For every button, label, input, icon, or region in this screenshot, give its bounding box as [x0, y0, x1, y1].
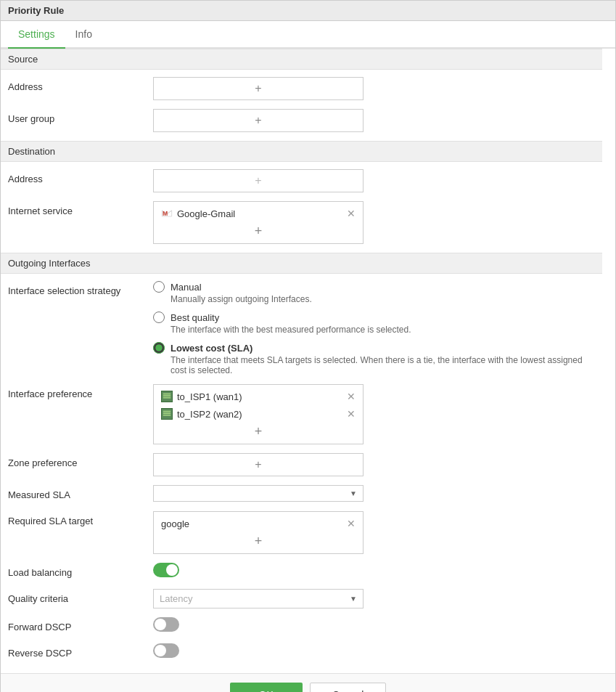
svg-rect-4 [163, 395, 171, 396]
isp2-label: to_ISP2 (wan2) [177, 409, 242, 420]
internet-service-row: Internet service M Google-Gmail ✕ [1, 197, 602, 248]
lowest-cost-radio-row: Lowest cost (SLA) [153, 342, 595, 354]
destination-address-control: + [153, 169, 595, 192]
zone-preference-label: Zone preference [8, 453, 153, 468]
quality-criteria-label: Quality criteria [8, 589, 153, 604]
load-balancing-control [153, 563, 595, 579]
best-quality-radio-label: Best quality [171, 312, 219, 323]
svg-rect-5 [163, 397, 171, 399]
interface-preference-control: to_ISP1 (wan1) ✕ to_ISP2 (wan2) ✕ [153, 384, 595, 444]
priority-rule-window: Priority Rule Settings Info Source Addre… [0, 0, 616, 692]
internet-service-add-btn[interactable]: + [158, 222, 358, 240]
svg-rect-9 [163, 415, 171, 416]
measured-sla-row: Measured SLA ▼ [1, 481, 602, 507]
isp2-remove[interactable]: ✕ [347, 408, 356, 420]
quality-criteria-value: Latency [160, 593, 193, 604]
lowest-cost-radio[interactable] [153, 342, 165, 354]
destination-address-label: Address [8, 169, 153, 184]
svg-text:M: M [163, 210, 168, 217]
required-sla-label: Required SLA target [8, 511, 153, 526]
svg-rect-8 [163, 412, 171, 414]
source-address-row: Address + [1, 73, 602, 105]
quality-criteria-control: Latency ▼ [153, 589, 595, 608]
internet-service-input[interactable]: M Google-Gmail ✕ + [153, 201, 364, 244]
measured-sla-control: ▼ [153, 485, 595, 502]
lowest-cost-radio-label: Lowest cost (SLA) [171, 343, 252, 354]
ok-button[interactable]: OK [230, 683, 303, 692]
tab-info[interactable]: Info [65, 21, 102, 49]
source-usergroup-add-icon: + [255, 114, 261, 127]
load-balancing-knob [166, 564, 178, 576]
manual-radio-row: Manual [153, 281, 595, 293]
cancel-button[interactable]: Cancel [310, 683, 387, 692]
google-sla-remove[interactable]: ✕ [347, 518, 356, 529]
isp1-label: to_ISP1 (wan1) [177, 391, 242, 402]
lowest-cost-option: Lowest cost (SLA) The interface that mee… [153, 342, 595, 375]
gmail-tag: M Google-Gmail ✕ [158, 206, 358, 221]
source-usergroup-input[interactable]: + [153, 109, 364, 132]
source-address-control: + [153, 77, 595, 100]
quality-criteria-row: Quality criteria Latency ▼ [1, 585, 602, 613]
reverse-dscp-label: Reverse DSCP [8, 643, 153, 659]
zone-preference-input[interactable]: + [153, 453, 364, 476]
best-quality-option: Best quality The interface with the best… [153, 312, 595, 335]
load-balancing-label: Load balancing [8, 563, 153, 578]
outgoing-section-header: Outgoing Interfaces [1, 253, 602, 274]
forward-dscp-toggle[interactable] [153, 617, 179, 632]
manual-radio-label: Manual [171, 282, 202, 293]
tab-bar: Settings Info [1, 21, 615, 49]
source-usergroup-label: User group [8, 109, 153, 124]
title-bar: Priority Rule [1, 1, 615, 21]
interface-add-btn[interactable]: + [158, 423, 358, 441]
isp1-remove[interactable]: ✕ [347, 391, 356, 402]
quality-criteria-arrow: ▼ [350, 595, 357, 603]
forward-dscp-control [153, 617, 595, 634]
best-quality-radio[interactable] [153, 312, 165, 323]
measured-sla-dropdown[interactable]: ▼ [153, 485, 364, 502]
destination-address-row: Address + [1, 165, 602, 197]
load-balancing-toggle[interactable] [153, 563, 179, 577]
zone-add-icon: + [255, 458, 261, 471]
source-section-header: Source [1, 49, 602, 70]
gmail-tag-label: Google-Gmail [177, 208, 235, 219]
forward-dscp-row: Forward DSCP [1, 613, 602, 639]
best-quality-radio-row: Best quality [153, 312, 595, 323]
measured-sla-label: Measured SLA [8, 485, 153, 500]
dest-address-add-icon: + [255, 174, 261, 187]
bottom-bar: OK Cancel [1, 673, 615, 692]
load-balancing-row: Load balancing [1, 558, 602, 585]
reverse-dscp-toggle[interactable] [153, 643, 179, 658]
interface-preference-input[interactable]: to_ISP1 (wan1) ✕ to_ISP2 (wan2) ✕ [153, 384, 364, 444]
internet-service-label: Internet service [8, 201, 153, 216]
strategy-control: Manual Manually assign outgoing Interfac… [153, 281, 595, 375]
source-address-input[interactable]: + [153, 77, 364, 100]
source-address-add-icon: + [255, 82, 261, 95]
svg-rect-3 [163, 394, 171, 395]
gmail-tag-remove[interactable]: ✕ [347, 208, 356, 219]
reverse-dscp-knob [155, 645, 166, 656]
required-sla-control: google ✕ + [153, 511, 595, 554]
zone-preference-control: + [153, 453, 595, 476]
forward-dscp-label: Forward DSCP [8, 617, 153, 632]
measured-sla-arrow: ▼ [350, 489, 357, 497]
isp1-tag: to_ISP1 (wan1) ✕ [158, 389, 358, 404]
reverse-dscp-row: Reverse DSCP [1, 639, 602, 665]
required-sla-row: Required SLA target google ✕ + [1, 507, 602, 558]
quality-criteria-dropdown[interactable]: Latency ▼ [153, 589, 364, 608]
zone-preference-row: Zone preference + [1, 449, 602, 481]
interface-preference-row: Interface preference to_ISP1 (wan1) ✕ [1, 380, 602, 449]
manual-radio[interactable] [153, 281, 165, 293]
isp1-icon [161, 391, 173, 402]
sla-add-btn[interactable]: + [158, 532, 358, 550]
gmail-icon: M [161, 208, 173, 219]
manual-radio-desc: Manually assign outgoing Interfaces. [171, 294, 595, 304]
source-usergroup-control: + [153, 109, 595, 132]
strategy-label: Interface selection strategy [8, 281, 153, 296]
tab-settings[interactable]: Settings [8, 21, 65, 49]
strategy-radio-group: Manual Manually assign outgoing Interfac… [153, 281, 595, 375]
interface-preference-label: Interface preference [8, 384, 153, 399]
required-sla-input[interactable]: google ✕ + [153, 511, 364, 554]
destination-address-input[interactable]: + [153, 169, 364, 192]
google-sla-label: google [161, 518, 189, 529]
best-quality-radio-desc: The interface with the best measured per… [171, 325, 595, 335]
